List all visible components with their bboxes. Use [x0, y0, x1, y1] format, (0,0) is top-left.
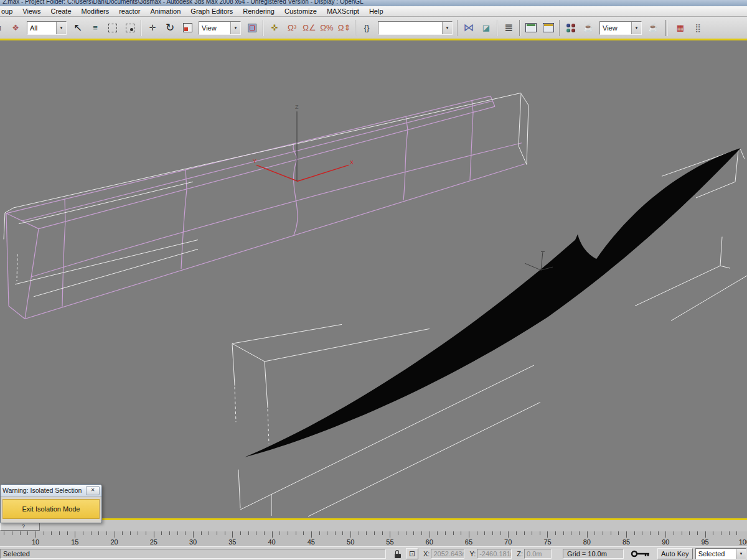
timeline-tick-label: 20: [110, 538, 118, 546]
selection-filter-dropdown-value: All: [27, 24, 56, 32]
x-coordinate-field[interactable]: 2052.643m: [431, 549, 464, 559]
transform-gizmo-xy[interactable]: [256, 165, 349, 181]
menu-item-oup[interactable]: oup: [0, 7, 17, 15]
selected-object-wireframe[interactable]: [6, 96, 525, 319]
named-selection-sets-icon[interactable]: {}: [359, 20, 375, 36]
y-coordinate-label: Y:: [469, 550, 476, 558]
menu-item-animation[interactable]: Animation: [145, 7, 186, 15]
material-editor-icon[interactable]: [563, 20, 579, 36]
use-center-icon[interactable]: [244, 20, 260, 36]
title-bar[interactable]: 2.max - Project Folder: C:\Users\Dan\Doc…: [0, 0, 747, 6]
menu-item-maxscript[interactable]: MAXScript: [322, 7, 364, 15]
time-selection-dropdown[interactable]: Selected ▼: [695, 548, 746, 559]
y-coordinate-field[interactable]: -2460.181m: [477, 549, 512, 559]
lock-icon: [395, 550, 401, 558]
link-icon[interactable]: ⧉: [0, 20, 6, 36]
timeline-tick-label: 85: [622, 538, 630, 546]
layer-manager-icon[interactable]: ≣: [500, 20, 517, 36]
dialog-title-bar[interactable]: Warning: Isolated Selection ✕: [1, 485, 101, 497]
manipulate-icon[interactable]: ✜: [266, 20, 283, 36]
timeline-tick-label: 65: [465, 538, 472, 546]
schematic-view-icon[interactable]: [540, 20, 557, 36]
select-object-icon[interactable]: ↖: [70, 20, 86, 36]
menu-item-customize[interactable]: Customize: [280, 7, 322, 15]
timeline-tick-label: 45: [308, 538, 315, 546]
open-mini-curve-editor-button[interactable]: ?: [0, 522, 40, 531]
menu-item-reactor[interactable]: reactor: [114, 7, 145, 15]
dropdown-arrow-icon[interactable]: ▼: [442, 22, 452, 34]
select-by-name-icon[interactable]: ≡: [87, 20, 103, 36]
absolute-mode-toggle[interactable]: ⊡: [406, 548, 418, 559]
window-crossing-icon[interactable]: [122, 20, 138, 36]
z-coordinate-field[interactable]: 0.0m: [524, 549, 552, 559]
timeline-tick-label: 90: [662, 538, 669, 546]
mirror-icon[interactable]: ⋈: [461, 20, 477, 36]
selection-lock-toggle[interactable]: [392, 548, 403, 559]
align-icon[interactable]: ◪: [478, 20, 494, 36]
axis-label-z: Z: [295, 104, 299, 110]
set-key-button[interactable]: [630, 548, 652, 559]
reference-coordinate-dropdown-value: View: [199, 24, 230, 32]
render-setup-icon[interactable]: ☕: [580, 20, 596, 36]
dropdown-arrow-icon[interactable]: ▼: [736, 549, 746, 559]
z-coordinate-label: Z:: [517, 550, 523, 558]
toolbar-separator: [355, 20, 356, 36]
reference-coordinate-dropdown[interactable]: View▼: [199, 21, 241, 35]
x-coordinate-label: X:: [423, 550, 430, 558]
timeline-tick-label: 75: [543, 538, 551, 546]
auto-key-label: Auto Key: [661, 550, 689, 558]
angle-snap-icon[interactable]: Ω∠: [301, 20, 317, 36]
spinner-snap-icon[interactable]: Ω⇕: [336, 20, 352, 36]
move-icon[interactable]: ✛: [144, 20, 161, 36]
scale-icon[interactable]: [179, 20, 195, 36]
y-coordinate-value: -2460.181m: [479, 550, 512, 558]
grid-size-text: Grid = 10.0m: [567, 550, 607, 558]
bind-to-space-warp-icon[interactable]: ❖: [7, 20, 24, 36]
3ds-max-window: 2.max - Project Folder: C:\Users\Dan\Doc…: [0, 0, 747, 560]
timeline-tick-label: 50: [347, 538, 354, 546]
named-selection-dropdown[interactable]: ▼: [378, 21, 453, 35]
timeline-ruler[interactable]: 101520253035404550556065707580859095100: [0, 531, 747, 546]
poly-lattice-icon[interactable]: ▦: [672, 20, 688, 36]
render-type-dropdown-value: View: [600, 24, 631, 32]
percent-snap-icon[interactable]: Ω%: [319, 20, 335, 36]
timeline-tick-label: 80: [583, 538, 591, 546]
timeline-tick-label: 70: [504, 538, 512, 546]
timeline-tick-label: 55: [386, 538, 393, 546]
rectangular-selection-icon[interactable]: [105, 20, 121, 36]
menu-item-graph-editors[interactable]: Graph Editors: [186, 7, 238, 15]
main-toolbar: ⧉❖All▼↖≡✛↻View▼✜Ω³Ω∠Ω%Ω⇕{}▼⋈◪≣☕View▼☕▦⣿: [0, 17, 747, 39]
timeline-tick-label: 35: [228, 538, 236, 546]
menu-item-views[interactable]: Views: [17, 7, 45, 15]
snap-toggle-icon[interactable]: Ω³: [284, 20, 300, 36]
menu-item-modifiers[interactable]: Modifiers: [77, 7, 115, 15]
rotate-icon[interactable]: ↻: [162, 20, 178, 36]
dropdown-arrow-icon[interactable]: ▼: [230, 22, 240, 34]
status-prompt-text: Selected: [3, 550, 30, 558]
dropdown-arrow-icon[interactable]: ▼: [56, 22, 66, 34]
unselected-wireframes[interactable]: [4, 93, 747, 516]
viewport-canvas[interactable]: ZYX: [0, 40, 747, 518]
dropdown-arrow-icon[interactable]: ▼: [631, 22, 641, 34]
menu-item-help[interactable]: Help: [364, 7, 388, 15]
menu-item-create[interactable]: Create: [46, 7, 77, 15]
exit-isolation-mode-button[interactable]: Exit Isolation Mode: [2, 499, 100, 519]
x-coordinate-value: 2052.643m: [433, 550, 464, 558]
auto-key-button[interactable]: Auto Key: [657, 548, 693, 559]
close-icon[interactable]: ✕: [86, 486, 100, 495]
selection-filter-dropdown[interactable]: All▼: [27, 21, 67, 35]
toolbar-separator: [263, 20, 264, 36]
quick-render-icon[interactable]: ☕: [645, 20, 661, 36]
time-selection-value: Selected: [696, 550, 736, 558]
timeline-tick-label: 40: [268, 538, 275, 546]
axis-label-x: X: [350, 159, 354, 166]
time-slider-track[interactable]: [0, 520, 747, 532]
dot-ring-icon[interactable]: ⣿: [690, 20, 706, 36]
viewport[interactable]: ZYX: [0, 39, 747, 520]
axis-label-y: Y: [253, 158, 256, 164]
toolbar-separator: [497, 20, 498, 36]
menu-bar: oupViewsCreateModifiersreactorAnimationG…: [0, 6, 747, 17]
curve-editor-icon[interactable]: [523, 20, 539, 36]
render-type-dropdown[interactable]: View▼: [599, 21, 642, 35]
menu-item-rendering[interactable]: Rendering: [238, 7, 280, 15]
